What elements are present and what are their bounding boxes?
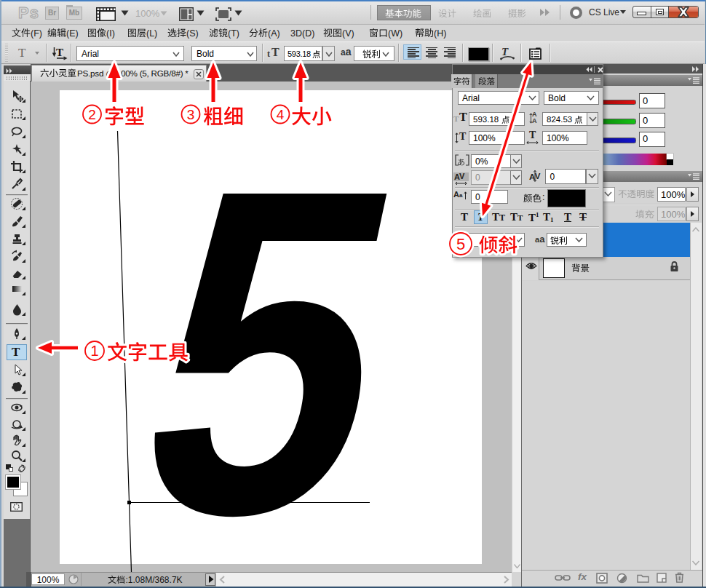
svg-text:5: 5 — [456, 235, 465, 253]
svg-text:2: 2 — [88, 107, 96, 122]
svg-text:3: 3 — [187, 107, 195, 122]
svg-text:1: 1 — [90, 343, 98, 359]
svg-text:4: 4 — [277, 107, 285, 122]
